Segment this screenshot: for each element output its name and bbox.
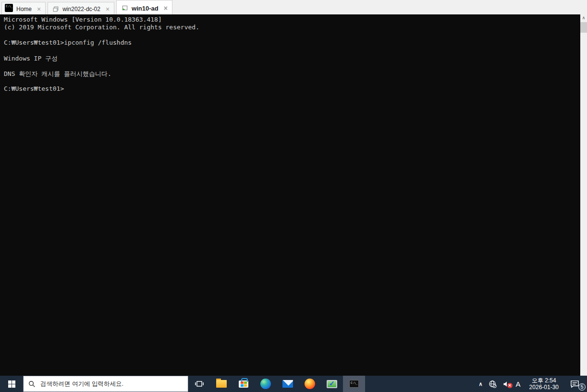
console-line: DNS 확인자 캐시를 플러시했습니다.	[4, 70, 580, 77]
taskbar-system-properties[interactable]	[321, 376, 343, 392]
mute-badge: ✕	[507, 383, 513, 388]
task-view-button[interactable]	[188, 376, 210, 392]
tab-win10-ad-close-icon[interactable]: ×	[164, 5, 168, 12]
console-line: C:₩Users₩test01>ipconfig /flushdns	[4, 39, 580, 47]
tab-win2022-dc-02[interactable]: win2022-dc-02 ×	[48, 2, 114, 16]
console-tab-bar: Home × win2022-dc-02 × win10-ad ×	[0, 0, 587, 16]
edge-icon	[260, 379, 271, 389]
tab-home-label: Home	[16, 6, 32, 12]
cmd-icon	[349, 380, 359, 388]
notification-count-badge: 5	[578, 383, 586, 391]
tab-win2022-close-icon[interactable]: ×	[106, 6, 110, 12]
console-line	[4, 31, 580, 39]
taskbar: 검색하려면 여기에 입력하세요. ∧ ✕ A 오후 2:54 2026-01-3…	[0, 376, 587, 392]
command-prompt-window: 명령 프롬프트 × Microsoft Windows [Version 10.…	[0, 0, 469, 245]
cmd-icon	[5, 4, 13, 12]
scroll-up-icon[interactable]: ∧	[580, 14, 587, 22]
console-line: Microsoft Windows [Version 10.0.18363.41…	[4, 16, 580, 24]
clock-time: 오후 2:54	[532, 377, 556, 384]
mail-icon	[282, 380, 293, 388]
console-line: (c) 2019 Microsoft Corporation. All righ…	[4, 24, 580, 31]
search-placeholder: 검색하려면 여기에 입력하세요.	[40, 380, 123, 388]
console-output[interactable]: Microsoft Windows [Version 10.0.18363.41…	[0, 14, 580, 392]
action-center-button[interactable]: 5	[566, 376, 583, 392]
console-line	[4, 62, 580, 70]
console-line	[4, 77, 580, 85]
taskbar-file-explorer[interactable]	[210, 376, 232, 392]
file-explorer-icon	[216, 380, 227, 388]
window-icon	[52, 6, 59, 12]
vm-console-screen: Home × win2022-dc-02 × win10-ad × ↗ Micr…	[0, 0, 587, 392]
taskbar-empty-area	[365, 376, 477, 392]
tray-overflow-chevron-icon[interactable]: ∧	[477, 376, 484, 392]
computer-check-icon	[327, 380, 337, 388]
network-status-icon[interactable]	[487, 376, 498, 392]
taskbar-search-box[interactable]: 검색하려면 여기에 입력하세요.	[23, 376, 188, 392]
volume-muted-icon[interactable]: ✕	[501, 376, 512, 392]
task-view-icon	[195, 380, 204, 388]
action-center-icon	[570, 380, 579, 388]
taskbar-mail[interactable]	[277, 376, 299, 392]
firefox-icon	[305, 379, 315, 389]
windows-logo-icon	[8, 380, 15, 388]
taskbar-firefox[interactable]	[299, 376, 321, 392]
taskbar-edge[interactable]	[255, 376, 277, 392]
system-tray: ∧ ✕ A 오후 2:54 2026-01-30 5	[477, 376, 587, 392]
taskbar-command-prompt[interactable]	[343, 376, 365, 392]
window-running-icon	[121, 5, 128, 12]
clock-date: 2026-01-30	[529, 384, 559, 391]
scrollbar-thumb[interactable]	[580, 22, 587, 33]
start-button[interactable]	[0, 376, 23, 392]
ime-indicator[interactable]: A	[514, 376, 522, 392]
tab-win2022-label: win2022-dc-02	[62, 6, 100, 12]
taskbar-store[interactable]	[232, 376, 255, 392]
tab-win10-ad-label: win10-ad	[132, 5, 159, 12]
vertical-scrollbar[interactable]: ∧ ∨	[580, 14, 587, 392]
console-line: Windows IP 구성	[4, 54, 580, 62]
microsoft-store-icon	[239, 380, 248, 388]
console-line: C:₩Users₩test01>	[4, 85, 580, 93]
taskbar-clock[interactable]: 오후 2:54 2026-01-30	[525, 376, 563, 392]
tab-home-close-icon[interactable]: ×	[37, 6, 41, 12]
search-icon	[28, 380, 36, 388]
tab-win10-ad[interactable]: win10-ad ×	[116, 0, 172, 16]
console-line	[4, 47, 580, 54]
